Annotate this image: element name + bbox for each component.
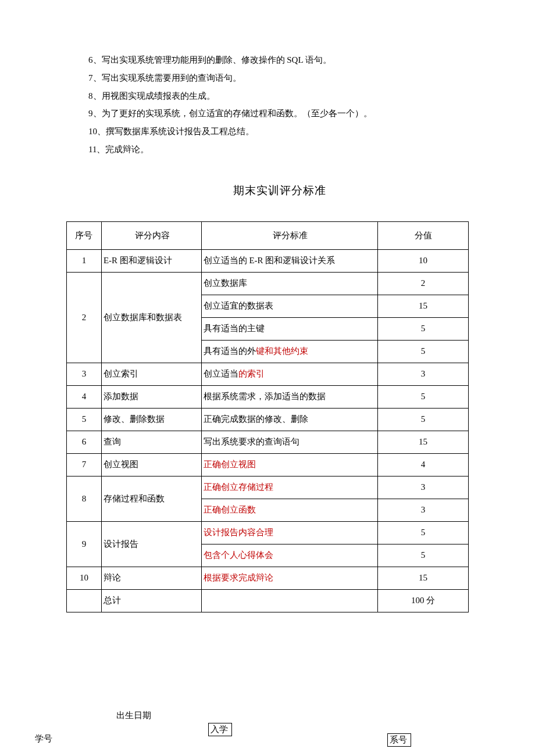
task-item: 10、撰写数据库系统设计报告及工程总结。 bbox=[88, 123, 471, 141]
table-row: 6查询写出系统要求的查询语句15 bbox=[67, 431, 469, 453]
cell-seq: 9 bbox=[67, 521, 102, 567]
cell-content: 添加数据 bbox=[101, 385, 201, 408]
header-standard: 评分标准 bbox=[201, 221, 378, 249]
task-list: 6、写出实现系统管理功能用到的删除、修改操作的 SQL 语句。 7、写出实现系统… bbox=[88, 51, 471, 159]
cell-standard: 创立适当的 E-R 图和逻辑设计关系 bbox=[201, 249, 378, 272]
field-birth-date: 出生日期 bbox=[116, 710, 151, 721]
cell-score: 4 bbox=[378, 453, 469, 476]
section-title: 期末实训评分标准 bbox=[88, 183, 471, 198]
cell-score: 5 bbox=[378, 340, 469, 363]
cell-standard: 设计报告内容合理 bbox=[201, 521, 378, 544]
cell-content: 创立视图 bbox=[101, 453, 201, 476]
cell-content: 辩论 bbox=[101, 567, 201, 589]
cell-standard: 具有适当的外键和其他约束 bbox=[201, 340, 378, 363]
cell-standard: 创立数据库 bbox=[201, 272, 378, 295]
task-item: 11、完成辩论。 bbox=[88, 141, 471, 159]
cell-seq: 10 bbox=[67, 567, 102, 589]
cell-standard: 根据要求完成辩论 bbox=[201, 567, 378, 589]
cell-standard: 创立适当的索引 bbox=[201, 363, 378, 385]
table-row: 1E-R 图和逻辑设计创立适当的 E-R 图和逻辑设计关系10 bbox=[67, 249, 469, 272]
cell-standard bbox=[201, 589, 378, 612]
cell-score: 5 bbox=[378, 521, 469, 544]
cell-standard: 正确创立视图 bbox=[201, 453, 378, 476]
cell-standard: 正确创立存储过程 bbox=[201, 476, 378, 499]
header-content: 评分内容 bbox=[101, 221, 201, 249]
cell-content: 修改、删除数据 bbox=[101, 408, 201, 431]
grading-table: 序号 评分内容 评分标准 分值 1E-R 图和逻辑设计创立适当的 E-R 图和逻… bbox=[66, 221, 469, 612]
highlight-text: 键和其他约束 bbox=[256, 346, 308, 356]
header-score: 分值 bbox=[378, 221, 469, 249]
field-dept-id: 系号 bbox=[387, 733, 411, 747]
table-row: 4添加数据根据系统需求，添加适当的数据5 bbox=[67, 385, 469, 408]
cell-content: 总计 bbox=[101, 589, 201, 612]
highlight-text: 的索引 bbox=[238, 369, 265, 378]
cell-seq: 3 bbox=[67, 363, 102, 385]
cell-standard: 创立适宜的数据表 bbox=[201, 295, 378, 317]
highlight-text: 正确创立存储过程 bbox=[204, 482, 273, 492]
cell-score: 5 bbox=[378, 317, 469, 340]
field-enrollment: 入学 bbox=[208, 723, 232, 736]
cell-seq: 6 bbox=[67, 431, 102, 453]
cell-score: 100 分 bbox=[378, 589, 469, 612]
cell-score: 5 bbox=[378, 385, 469, 408]
cell-score: 15 bbox=[378, 431, 469, 453]
cell-standard: 写出系统要求的查询语句 bbox=[201, 431, 378, 453]
cell-standard: 具有适当的主键 bbox=[201, 317, 378, 340]
cell-content: 创立数据库和数据表 bbox=[101, 272, 201, 363]
highlight-text: 根据要求完成辩论 bbox=[204, 573, 273, 582]
cell-seq: 2 bbox=[67, 272, 102, 363]
task-item: 8、用视图实现成绩报表的生成。 bbox=[88, 87, 471, 105]
cell-score: 10 bbox=[378, 249, 469, 272]
cell-seq: 4 bbox=[67, 385, 102, 408]
cell-content: 设计报告 bbox=[101, 521, 201, 567]
cell-score: 3 bbox=[378, 476, 469, 499]
cell-score: 3 bbox=[378, 363, 469, 385]
cell-seq: 7 bbox=[67, 453, 102, 476]
cell-score: 2 bbox=[378, 272, 469, 295]
header-seq: 序号 bbox=[67, 221, 102, 249]
cell-content: 查询 bbox=[101, 431, 201, 453]
cell-content: E-R 图和逻辑设计 bbox=[101, 249, 201, 272]
table-header-row: 序号 评分内容 评分标准 分值 bbox=[67, 221, 469, 249]
task-item: 6、写出实现系统管理功能用到的删除、修改操作的 SQL 语句。 bbox=[88, 51, 471, 69]
cell-content: 创立索引 bbox=[101, 363, 201, 385]
cell-seq: 1 bbox=[67, 249, 102, 272]
cell-seq: 8 bbox=[67, 476, 102, 521]
cell-score: 5 bbox=[378, 544, 469, 567]
cell-content: 存储过程和函数 bbox=[101, 476, 201, 521]
cell-standard: 包含个人心得体会 bbox=[201, 544, 378, 567]
table-row: 总计100 分 bbox=[67, 589, 469, 612]
highlight-text: 设计报告内容合理 bbox=[204, 528, 273, 537]
cell-standard: 根据系统需求，添加适当的数据 bbox=[201, 385, 378, 408]
table-row: 3创立索引创立适当的索引3 bbox=[67, 363, 469, 385]
cell-standard: 正确创立函数 bbox=[201, 499, 378, 521]
highlight-text: 正确创立视图 bbox=[204, 460, 256, 469]
field-student-id: 学号 bbox=[35, 733, 52, 744]
cell-standard: 正确完成数据的修改、删除 bbox=[201, 408, 378, 431]
highlight-text: 正确创立函数 bbox=[204, 505, 256, 514]
cell-seq bbox=[67, 589, 102, 612]
cell-score: 15 bbox=[378, 567, 469, 589]
task-item: 9、为了更好的实现系统，创立适宜的存储过程和函数。（至少各一个）。 bbox=[88, 105, 471, 123]
table-row: 9设计报告设计报告内容合理5 bbox=[67, 521, 469, 544]
cell-seq: 5 bbox=[67, 408, 102, 431]
table-row: 2创立数据库和数据表创立数据库2 bbox=[67, 272, 469, 295]
cell-score: 3 bbox=[378, 499, 469, 521]
task-item: 7、写出实现系统需要用到的查询语句。 bbox=[88, 69, 471, 87]
table-row: 8存储过程和函数正确创立存储过程3 bbox=[67, 476, 469, 499]
table-row: 7创立视图正确创立视图4 bbox=[67, 453, 469, 476]
table-row: 10辩论根据要求完成辩论15 bbox=[67, 567, 469, 589]
highlight-text: 包含个人心得体会 bbox=[204, 550, 273, 560]
table-row: 5修改、删除数据正确完成数据的修改、删除5 bbox=[67, 408, 469, 431]
cell-score: 5 bbox=[378, 408, 469, 431]
cell-score: 15 bbox=[378, 295, 469, 317]
